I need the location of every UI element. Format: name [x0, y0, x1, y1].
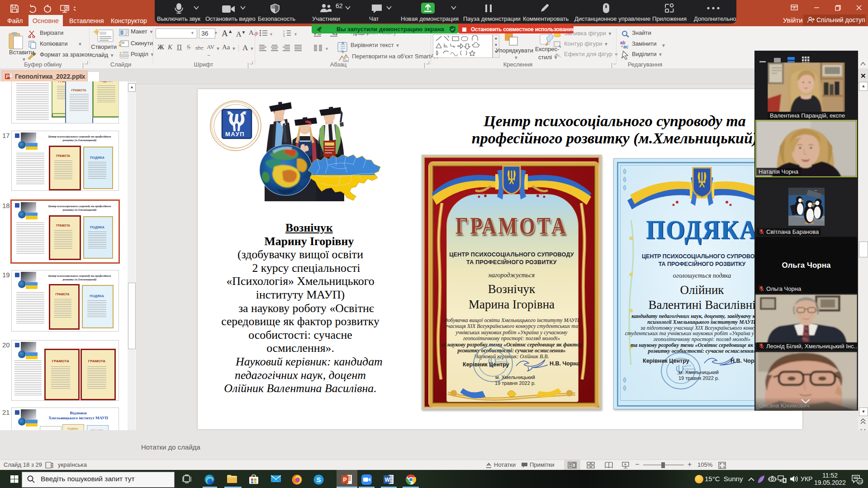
svg-text:S: S — [317, 476, 321, 483]
svg-text:3: 3 — [283, 35, 285, 37]
svg-text:W: W — [385, 477, 390, 483]
svg-text:ЦЕНТР: ЦЕНТР — [496, 357, 504, 360]
svg-text:22: 22 — [858, 479, 863, 484]
svg-text:▼: ▼ — [294, 32, 298, 37]
svg-text:P: P — [6, 74, 9, 79]
svg-text:МАУП: МАУП — [225, 131, 245, 137]
svg-text:▪▪▪: ▪▪▪ — [815, 189, 817, 192]
svg-text:▼: ▼ — [325, 47, 329, 51]
svg-text:P: P — [343, 477, 347, 483]
svg-text:ЦЕНТР: ЦЕНТР — [683, 365, 692, 367]
svg-text:ac: ac — [623, 44, 629, 49]
svg-text:A: A — [249, 29, 254, 36]
svg-text:▼: ▼ — [269, 32, 273, 37]
